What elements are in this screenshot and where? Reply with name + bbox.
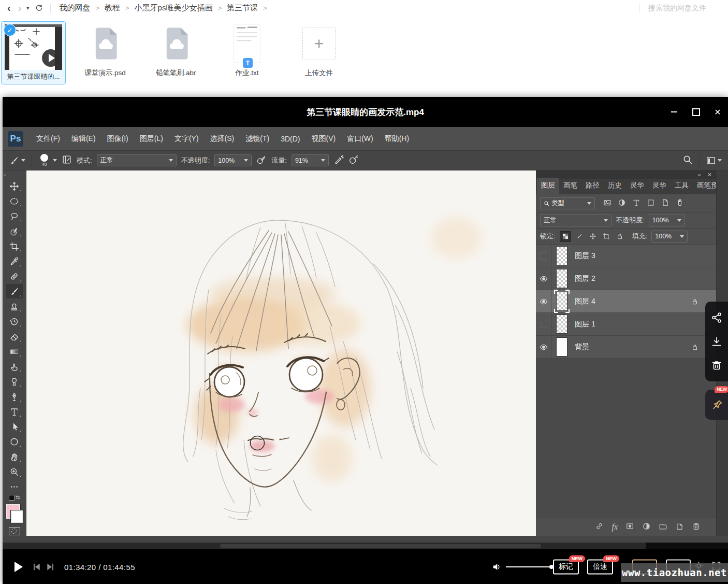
volume-slider[interactable] xyxy=(506,566,551,567)
path-select-tool-icon[interactable] xyxy=(6,419,23,434)
search-icon[interactable] xyxy=(682,154,693,166)
chevron-down-icon[interactable] xyxy=(53,159,57,162)
crop-tool-icon[interactable] xyxy=(6,239,23,253)
visibility-toggle[interactable] xyxy=(536,290,551,312)
workspace-switcher-icon[interactable] xyxy=(706,155,722,166)
menu-item[interactable]: 帮助(H) xyxy=(379,134,415,144)
move-tool-icon[interactable] xyxy=(6,179,23,193)
layer-new-layer-icon[interactable] xyxy=(675,522,684,533)
file-item[interactable]: 铅笔笔刷.abr xyxy=(148,21,205,78)
eyedropper-tool-icon[interactable] xyxy=(6,254,23,268)
layer-link-icon[interactable] xyxy=(595,522,604,533)
layer-adjust-icon[interactable] xyxy=(642,522,651,533)
check-icon[interactable]: ✓ xyxy=(4,24,16,36)
layer-opacity-select[interactable]: 100% xyxy=(649,215,685,226)
menu-item[interactable]: 3D(D) xyxy=(275,135,305,143)
tab-图层[interactable]: 图层 xyxy=(537,178,559,194)
stamp-tool-icon[interactable] xyxy=(6,299,23,314)
layer-fill-select[interactable]: 100% xyxy=(651,231,688,243)
hand-tool-icon[interactable] xyxy=(6,449,23,464)
close-icon[interactable]: ✕ xyxy=(714,108,722,116)
search-input[interactable]: 搜索我的网盘文件 xyxy=(648,4,721,13)
layer-row[interactable]: 图层 4 xyxy=(536,290,716,313)
breadcrumb-item[interactable]: 小黑牙ps唯美少女插画 xyxy=(133,3,215,13)
opacity-select[interactable]: 100% xyxy=(214,154,252,166)
倍速-button[interactable]: 倍速NEW xyxy=(587,559,613,574)
filter-pixel-icon[interactable] xyxy=(603,198,611,208)
lock-position-icon[interactable] xyxy=(588,232,598,241)
layer-thumbnail[interactable] xyxy=(556,292,567,311)
tab-历史[interactable]: 历史 xyxy=(604,178,626,194)
horizontal-scrollbar[interactable] xyxy=(220,544,541,548)
default-swap-colors-icon[interactable]: ⇆ xyxy=(8,495,21,502)
next-button[interactable] xyxy=(46,562,55,571)
play-overlay-icon[interactable] xyxy=(42,49,60,67)
visibility-toggle[interactable] xyxy=(536,267,551,290)
layer-row[interactable]: 背景 xyxy=(536,336,716,359)
download-icon[interactable] xyxy=(711,336,722,347)
trash-icon[interactable] xyxy=(711,360,722,371)
play-button[interactable] xyxy=(12,561,24,573)
tab-灵华[interactable]: 灵华 xyxy=(648,178,671,194)
panel-collapse-icon[interactable]: « xyxy=(698,172,701,178)
filter-shape-icon[interactable] xyxy=(647,198,655,208)
more-tool-icon[interactable] xyxy=(6,479,23,494)
flow-select[interactable]: 91% xyxy=(292,154,329,166)
previous-button[interactable] xyxy=(32,562,41,571)
filter-type-icon[interactable] xyxy=(632,198,640,208)
visibility-toggle[interactable] xyxy=(536,313,551,335)
toggle-brush-panel-icon[interactable] xyxy=(62,154,72,166)
airbrush-icon[interactable] xyxy=(333,154,344,166)
type-tool-icon[interactable] xyxy=(6,404,23,419)
volume-icon[interactable] xyxy=(492,562,502,572)
quick-mask-icon[interactable] xyxy=(9,527,20,535)
lock-all-icon[interactable] xyxy=(615,232,625,241)
tab-灵华[interactable]: 灵华 xyxy=(626,178,648,194)
menu-item[interactable]: 选择(S) xyxy=(205,134,240,144)
forward-icon[interactable]: › xyxy=(18,2,22,14)
breadcrumb-item[interactable]: 我的网盘 xyxy=(57,3,92,13)
marquee-tool-icon[interactable] xyxy=(6,194,23,208)
history-dropdown-icon[interactable]: ▾ xyxy=(26,5,29,11)
layer-fx-icon[interactable]: fx xyxy=(611,522,618,532)
menu-item[interactable]: 编辑(E) xyxy=(66,134,101,144)
smudge-tool-icon[interactable] xyxy=(6,359,23,374)
zoom-tool-icon[interactable] xyxy=(6,464,23,479)
blend-mode-select[interactable]: 正常 xyxy=(97,154,177,166)
breadcrumb-item[interactable]: 第三节课 xyxy=(225,3,260,13)
layer-mask-icon[interactable] xyxy=(625,522,634,533)
layer-folder-icon[interactable] xyxy=(659,522,667,533)
eraser-tool-icon[interactable] xyxy=(6,329,23,344)
layer-trash-icon[interactable] xyxy=(692,522,701,533)
share-icon[interactable] xyxy=(711,312,722,323)
layer-thumbnail[interactable] xyxy=(556,246,567,265)
layer-thumbnail[interactable] xyxy=(556,269,567,288)
menu-item[interactable]: 文字(Y) xyxy=(169,134,205,144)
visibility-toggle[interactable] xyxy=(536,336,551,358)
quick-select-tool-icon[interactable] xyxy=(6,224,23,238)
标记-button[interactable]: 标记NEW xyxy=(553,559,579,574)
toolbar-collapse-icon[interactable]: » xyxy=(2,173,27,179)
lock-transparent-icon[interactable] xyxy=(560,231,571,242)
brush-tool-icon[interactable] xyxy=(6,284,23,298)
brush-tool-icon[interactable] xyxy=(9,155,25,166)
back-icon[interactable]: ‹ xyxy=(7,2,11,14)
minimize-icon[interactable] xyxy=(670,108,678,116)
tab-工具[interactable]: 工具 xyxy=(671,178,693,194)
lasso-tool-icon[interactable] xyxy=(6,209,23,223)
shape-tool-icon[interactable] xyxy=(6,434,23,449)
brush-preset-picker[interactable]: 40 xyxy=(40,154,48,167)
file-item[interactable]: +上传文件 xyxy=(290,21,347,78)
menu-item[interactable]: 图层(L) xyxy=(134,134,169,144)
layer-row[interactable]: 图层 1 xyxy=(536,313,716,336)
pin-button[interactable]: NEW xyxy=(705,390,728,420)
gradient-tool-icon[interactable] xyxy=(6,344,23,359)
background-color-swatch[interactable] xyxy=(11,510,23,523)
filter-toggle-icon[interactable] xyxy=(676,198,684,208)
filter-smart-icon[interactable] xyxy=(661,198,669,208)
ps-canvas[interactable] xyxy=(26,170,536,536)
layer-thumbnail[interactable] xyxy=(556,315,567,334)
visibility-toggle[interactable] xyxy=(536,245,551,267)
file-item-video-selected[interactable]: ✓ 第三节课眼睛的... xyxy=(1,21,66,84)
player-titlebar[interactable]: 第三节课眼睛的画发示范.mp4 ✕ xyxy=(3,97,728,127)
